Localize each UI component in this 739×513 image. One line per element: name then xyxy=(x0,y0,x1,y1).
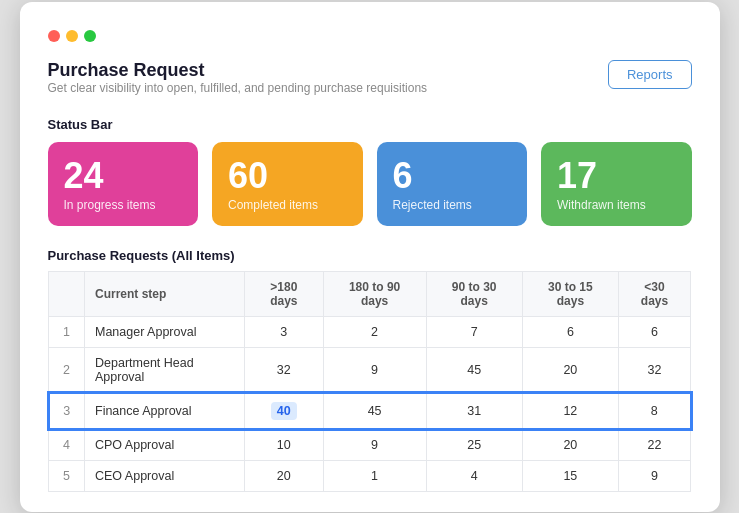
row-c2: 9 xyxy=(323,347,426,393)
header-text: Purchase Request Get clear visibility in… xyxy=(48,60,428,113)
col-header-30to15: 30 to 15 days xyxy=(522,271,618,316)
row-c3: 4 xyxy=(426,460,522,491)
row-c4: 6 xyxy=(522,316,618,347)
completed-label: Completed items xyxy=(228,198,347,212)
row-step: CEO Approval xyxy=(85,460,245,491)
inprogress-count: 24 xyxy=(64,158,183,194)
row-c5: 32 xyxy=(619,347,691,393)
row-c1: 32 xyxy=(245,347,324,393)
rejected-count: 6 xyxy=(393,158,512,194)
row-id: 2 xyxy=(49,347,85,393)
table-row-highlighted: 3 Finance Approval 40 45 31 12 8 xyxy=(49,393,691,429)
row-c3: 31 xyxy=(426,393,522,429)
row-c3: 25 xyxy=(426,429,522,461)
table-row: 1 Manager Approval 3 2 7 6 6 xyxy=(49,316,691,347)
purchase-table: Current step >180 days 180 to 90 days 90… xyxy=(48,271,692,492)
row-c1-highlight: 40 xyxy=(245,393,324,429)
row-c5: 9 xyxy=(619,460,691,491)
row-c5: 6 xyxy=(619,316,691,347)
row-c5: 8 xyxy=(619,393,691,429)
row-step: Department Head Approval xyxy=(85,347,245,393)
row-c1: 20 xyxy=(245,460,324,491)
col-header-30less: <30 days xyxy=(619,271,691,316)
row-c4: 20 xyxy=(522,429,618,461)
row-step: CPO Approval xyxy=(85,429,245,461)
window-controls xyxy=(48,30,692,42)
page-subtitle: Get clear visibility into open, fulfille… xyxy=(48,81,428,95)
withdrawn-count: 17 xyxy=(557,158,676,194)
row-c3: 7 xyxy=(426,316,522,347)
col-header-180plus: >180 days xyxy=(245,271,324,316)
rejected-label: Rejected items xyxy=(393,198,512,212)
col-header-90to30: 90 to 30 days xyxy=(426,271,522,316)
table-label: Purchase Requests (All Items) xyxy=(48,248,692,263)
row-c2: 45 xyxy=(323,393,426,429)
col-header-num xyxy=(49,271,85,316)
table-row: 2 Department Head Approval 32 9 45 20 32 xyxy=(49,347,691,393)
inprogress-label: In progress items xyxy=(64,198,183,212)
status-card-withdrawn: 17 Withdrawn items xyxy=(541,142,692,226)
status-card-completed: 60 Completed items xyxy=(212,142,363,226)
status-card-rejected: 6 Rejected items xyxy=(377,142,528,226)
row-id: 1 xyxy=(49,316,85,347)
highlighted-cell: 40 xyxy=(271,402,297,420)
row-c4: 20 xyxy=(522,347,618,393)
table-header-row: Current step >180 days 180 to 90 days 90… xyxy=(49,271,691,316)
col-header-step: Current step xyxy=(85,271,245,316)
row-c4: 15 xyxy=(522,460,618,491)
header: Purchase Request Get clear visibility in… xyxy=(48,60,692,113)
row-c4: 12 xyxy=(522,393,618,429)
table-row: 4 CPO Approval 10 9 25 20 22 xyxy=(49,429,691,461)
status-card-inprogress: 24 In progress items xyxy=(48,142,199,226)
completed-count: 60 xyxy=(228,158,347,194)
row-c3: 45 xyxy=(426,347,522,393)
row-step: Manager Approval xyxy=(85,316,245,347)
row-c1: 10 xyxy=(245,429,324,461)
reports-button[interactable]: Reports xyxy=(608,60,692,89)
row-id: 3 xyxy=(49,393,85,429)
close-dot[interactable] xyxy=(48,30,60,42)
page-title: Purchase Request xyxy=(48,60,428,81)
row-id: 5 xyxy=(49,460,85,491)
row-c5: 22 xyxy=(619,429,691,461)
row-c2: 1 xyxy=(323,460,426,491)
col-header-180to90: 180 to 90 days xyxy=(323,271,426,316)
row-step: Finance Approval xyxy=(85,393,245,429)
minimize-dot[interactable] xyxy=(66,30,78,42)
row-c1: 3 xyxy=(245,316,324,347)
maximize-dot[interactable] xyxy=(84,30,96,42)
main-window: Purchase Request Get clear visibility in… xyxy=(20,2,720,512)
table-row: 5 CEO Approval 20 1 4 15 9 xyxy=(49,460,691,491)
row-c2: 9 xyxy=(323,429,426,461)
row-c2: 2 xyxy=(323,316,426,347)
status-bar: 24 In progress items 60 Completed items … xyxy=(48,142,692,226)
row-id: 4 xyxy=(49,429,85,461)
status-bar-label: Status Bar xyxy=(48,117,692,132)
withdrawn-label: Withdrawn items xyxy=(557,198,676,212)
